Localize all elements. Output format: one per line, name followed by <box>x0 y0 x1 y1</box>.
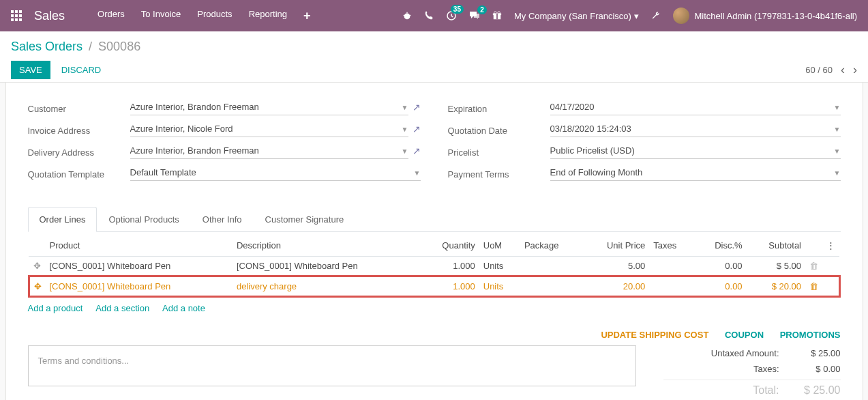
menu-orders[interactable]: Orders <box>98 9 125 23</box>
taxes-label: Taxes: <box>663 364 779 374</box>
control-panel: Sales Orders / S00086 SAVE DISCARD 60 / … <box>0 31 868 83</box>
payment-terms-field[interactable] <box>550 165 841 181</box>
add-note-link[interactable]: Add a note <box>162 303 205 313</box>
drag-handle-icon[interactable]: ✥ <box>29 276 46 297</box>
cell-package[interactable] <box>520 276 582 297</box>
columns-menu-icon[interactable]: ⋮ <box>822 235 839 257</box>
cell-product[interactable]: [CONS_0001] Whiteboard Pen <box>46 257 233 276</box>
customer-field[interactable] <box>130 99 408 115</box>
col-description: Description <box>233 235 419 257</box>
delivery-address-field[interactable] <box>130 143 408 159</box>
invoice-address-field[interactable] <box>130 121 408 137</box>
update-shipping-link[interactable]: UPDATE SHIPPING COST <box>601 330 708 340</box>
invoice-address-label: Invoice Address <box>28 123 130 136</box>
gift-icon[interactable] <box>492 11 502 20</box>
untaxed-label: Untaxed Amount: <box>663 348 779 358</box>
quotation-template-label: Quotation Template <box>28 167 130 180</box>
app-title[interactable]: Sales <box>34 9 65 23</box>
quotation-date-field[interactable] <box>550 121 841 137</box>
terms-input[interactable]: Terms and conditions... <box>28 345 636 386</box>
customer-label: Customer <box>28 101 130 114</box>
tab-other-info[interactable]: Other Info <box>191 207 254 232</box>
quotation-template-field[interactable] <box>130 165 421 181</box>
tab-optional-products[interactable]: Optional Products <box>97 207 190 232</box>
cell-quantity[interactable]: 1.000 <box>419 257 479 276</box>
wrench-icon[interactable] <box>651 11 661 20</box>
pager-next[interactable]: › <box>853 63 857 77</box>
delete-row-icon[interactable]: 🗑 <box>805 257 822 276</box>
menu-plus-icon[interactable]: + <box>303 9 311 23</box>
cell-description[interactable]: [CONS_0001] Whiteboard Pen <box>233 257 419 276</box>
main-navbar: Sales Orders To Invoice Products Reporti… <box>0 0 868 31</box>
svg-rect-0 <box>11 10 14 13</box>
breadcrumb: Sales Orders / S00086 <box>11 40 857 54</box>
cell-package[interactable] <box>520 257 582 276</box>
tab-customer-signature[interactable]: Customer Signature <box>254 207 356 232</box>
menu-products[interactable]: Products <box>197 9 232 23</box>
cell-taxes[interactable] <box>649 276 694 297</box>
cell-discount[interactable]: 0.00 <box>695 257 747 276</box>
table-row[interactable]: ✥ [CONS_0001] Whiteboard Pen delivery ch… <box>29 276 839 297</box>
svg-rect-7 <box>15 18 18 21</box>
activity-badge: 35 <box>451 5 464 14</box>
apps-icon[interactable] <box>11 10 22 21</box>
form-sheet: Customer ▼ ↗ Invoice Address ▼ ↗ <box>5 83 863 400</box>
menu-reporting[interactable]: Reporting <box>249 9 287 23</box>
avatar <box>673 8 689 24</box>
cell-unit-price[interactable]: 20.00 <box>582 276 649 297</box>
col-quantity: Quantity <box>419 235 479 257</box>
table-row[interactable]: ✥ [CONS_0001] Whiteboard Pen [CONS_0001]… <box>29 257 839 276</box>
drag-handle-icon[interactable]: ✥ <box>29 257 46 276</box>
activity-icon[interactable]: 35 <box>446 10 457 21</box>
total-label: Total: <box>663 384 779 397</box>
delivery-address-label: Delivery Address <box>28 145 130 158</box>
add-product-link[interactable]: Add a product <box>28 303 83 313</box>
company-selector[interactable]: My Company (San Francisco) ▾ <box>514 11 639 21</box>
pricelist-field[interactable] <box>550 143 841 159</box>
discard-button[interactable]: DISCARD <box>53 61 110 79</box>
breadcrumb-parent[interactable]: Sales Orders <box>11 40 83 53</box>
delete-row-icon[interactable]: 🗑 <box>805 276 822 297</box>
tab-order-lines[interactable]: Order Lines <box>28 207 98 232</box>
phone-icon[interactable] <box>424 11 434 20</box>
col-product: Product <box>46 235 233 257</box>
coupon-link[interactable]: COUPON <box>725 330 764 340</box>
cell-taxes[interactable] <box>649 257 694 276</box>
chat-icon[interactable]: 2 <box>469 11 480 20</box>
add-section-link[interactable]: Add a section <box>95 303 149 313</box>
pager-prev[interactable]: ‹ <box>841 63 845 77</box>
col-subtotal: Subtotal <box>747 235 805 257</box>
external-link-icon[interactable]: ↗ <box>413 145 421 156</box>
cell-subtotal: $ 5.00 <box>747 257 805 276</box>
cell-quantity[interactable]: 1.000 <box>419 276 479 297</box>
pager-text: 60 / 60 <box>805 65 833 75</box>
col-uom: UoM <box>479 235 520 257</box>
svg-rect-2 <box>19 10 22 13</box>
cell-subtotal: $ 20.00 <box>747 276 805 297</box>
totals-block: Untaxed Amount: $ 25.00 Taxes: $ 0.00 To… <box>663 345 841 399</box>
tabs: Order Lines Optional Products Other Info… <box>28 207 841 232</box>
col-unit-price: Unit Price <box>582 235 649 257</box>
expiration-field[interactable] <box>550 99 841 115</box>
bug-icon[interactable] <box>402 11 412 20</box>
cell-unit-price[interactable]: 5.00 <box>582 257 649 276</box>
expiration-label: Expiration <box>448 101 550 114</box>
cell-uom[interactable]: Units <box>479 276 520 297</box>
svg-rect-3 <box>11 14 14 17</box>
external-link-icon[interactable]: ↗ <box>413 102 421 113</box>
col-discount: Disc.% <box>695 235 747 257</box>
cell-uom[interactable]: Units <box>479 257 520 276</box>
total-value: $ 25.00 <box>800 384 841 397</box>
svg-line-11 <box>404 15 405 16</box>
external-link-icon[interactable]: ↗ <box>413 124 421 134</box>
cell-product[interactable]: [CONS_0001] Whiteboard Pen <box>46 276 233 297</box>
promotions-link[interactable]: PROMOTIONS <box>780 330 841 340</box>
svg-rect-5 <box>19 14 22 17</box>
cell-discount[interactable]: 0.00 <box>695 276 747 297</box>
save-button[interactable]: SAVE <box>11 61 50 79</box>
user-menu[interactable]: Mitchell Admin (1797831-13-0-4b41f6-all) <box>673 8 857 24</box>
cell-description[interactable]: delivery charge <box>233 276 419 297</box>
quotation-date-label: Quotation Date <box>448 123 550 136</box>
svg-rect-16 <box>496 14 498 20</box>
menu-to-invoice[interactable]: To Invoice <box>141 9 181 23</box>
